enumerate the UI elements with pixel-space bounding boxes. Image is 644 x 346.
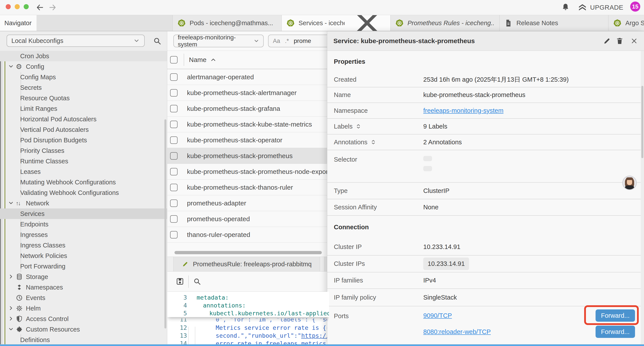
code-line[interactable]: 4 annotations: (167, 301, 329, 309)
code-line[interactable]: 12 Metrics service error rate is {{ $va (167, 324, 329, 332)
chevron-down-icon[interactable] (8, 63, 16, 70)
sidebar-tree-item[interactable]: ⚙ Config (0, 61, 167, 72)
table-row[interactable]: kube-prometheus-stack-kube-state-metrics (167, 116, 329, 132)
drawer-scrollbar-track[interactable] (641, 51, 644, 344)
row-checkbox[interactable] (170, 184, 178, 191)
horizontal-scrollbar[interactable] (174, 251, 322, 254)
minimize-window-button[interactable] (15, 4, 20, 9)
table-row[interactable]: kube-prometheus-stack-prometheus-node-ex… (167, 164, 329, 180)
save-icon[interactable] (176, 277, 184, 286)
row-checkbox[interactable] (170, 168, 178, 175)
table-row[interactable]: kube-prometheus-stack-thanos-ruler (167, 180, 329, 195)
selector-badge[interactable] (423, 156, 432, 161)
table-row[interactable]: thanos-ruler-operated (167, 227, 329, 243)
sidebar-tree-item[interactable]: Runtime Classes (0, 156, 167, 166)
code-line[interactable]: 13 second.","runbook_url":"https://net (167, 332, 329, 340)
port-link[interactable]: 9090/TCP (423, 312, 452, 319)
sidebar-tree-item[interactable]: Custom Resources (0, 324, 167, 335)
sidebar-tree-item[interactable]: Helm (0, 303, 167, 314)
forward-button[interactable] (48, 3, 57, 11)
selector-badge[interactable] (423, 166, 432, 171)
table-row[interactable]: alertmanager-operated (167, 69, 329, 85)
sidebar-tree-item[interactable]: Ingresses (0, 230, 167, 240)
editor-tab[interactable]: PrometheusRule: freeleaps-prod-rabbitmq (174, 257, 320, 271)
sidebar-tree-item[interactable]: Config Maps (0, 72, 167, 82)
maximize-window-button[interactable] (24, 4, 29, 9)
sidebar-tree-item[interactable]: Vertical Pod Autoscalers (0, 124, 167, 135)
row-checkbox[interactable] (170, 231, 178, 239)
sidebar-tree-item[interactable]: Definitions (0, 335, 167, 344)
sidebar-tree-item[interactable]: Namespaces (0, 282, 167, 293)
filter-search-input[interactable]: Aa .* prome (268, 34, 329, 47)
chevron-icon[interactable] (8, 295, 16, 301)
navigator-tab[interactable]: Navigator (0, 15, 37, 31)
cluster-ips-badge[interactable]: 10.233.14.91 (423, 258, 469, 270)
upgrade-button[interactable]: UPGRADE (578, 3, 624, 12)
sidebar-tree-item[interactable]: Storage (0, 272, 167, 282)
chevron-right-icon[interactable] (8, 305, 16, 312)
sort-ascending-icon[interactable] (210, 56, 216, 63)
close-drawer-icon[interactable] (630, 37, 638, 45)
select-all-checkbox[interactable] (170, 56, 178, 63)
window-tab[interactable]: Release Notes (500, 15, 608, 31)
window-tab[interactable]: Prometheus Rules - icecheng... (390, 15, 500, 31)
sidebar-tree-item[interactable]: Cron Jobs (0, 51, 167, 61)
edit-pencil-icon[interactable] (603, 37, 611, 45)
row-checkbox[interactable] (170, 215, 178, 223)
notification-count-badge[interactable]: 15 (630, 1, 640, 11)
sidebar-tree-item[interactable]: Pod Disruption Budgets (0, 135, 167, 145)
sidebar-tree-item[interactable]: Access Control (0, 314, 167, 324)
window-tab[interactable]: Pods - icecheng@mathmas... (173, 15, 282, 31)
sidebar-search-icon[interactable] (153, 37, 161, 45)
notifications-bell-icon[interactable] (561, 3, 570, 11)
close-tab-icon[interactable] (348, 15, 386, 31)
chevron-down-icon[interactable] (8, 200, 16, 207)
delete-trash-icon[interactable] (616, 37, 624, 45)
sidebar-tree-item[interactable]: Mutating Webhook Configurations (0, 177, 167, 187)
sidebar-tree-item[interactable]: Secrets (0, 82, 167, 93)
back-button[interactable] (36, 3, 44, 11)
sidebar-tree-item[interactable]: Ingress Classes (0, 240, 167, 251)
port-forward-button[interactable]: Forward... (596, 310, 635, 322)
row-checkbox[interactable] (170, 136, 178, 144)
chevron-right-icon[interactable] (8, 274, 16, 280)
port-forward-button[interactable]: Forward... (596, 326, 635, 338)
code-line[interactable]: 11 0", "for": "1m", "labels": { "service… (167, 319, 329, 324)
avatar[interactable] (622, 176, 637, 190)
table-row[interactable]: prometheus-adapter (167, 195, 329, 211)
row-checkbox[interactable] (170, 152, 178, 160)
sidebar-tree-item[interactable]: Priority Classes (0, 145, 167, 156)
code-line[interactable]: 14 error rate in freeleaps metrics ser (167, 340, 329, 344)
table-row[interactable]: kube-prometheus-stack-alertmanager (167, 85, 329, 101)
chevron-down-icon[interactable] (8, 326, 16, 333)
row-checkbox[interactable] (170, 105, 178, 112)
port-link[interactable]: 8080:reloader-web/TCP (423, 328, 491, 336)
window-tab[interactable]: Services - icecheng@math... (282, 15, 390, 31)
sidebar-tree-item[interactable]: Network Policies (0, 251, 167, 261)
drawer-scrollbar-thumb[interactable] (641, 86, 643, 158)
namespace-select[interactable]: freeleaps-monitoring-system (174, 34, 264, 47)
sidebar-tree-item[interactable]: Services (0, 209, 167, 219)
sidebar-tree-item[interactable]: Resource Quotas (0, 93, 167, 103)
row-checkbox[interactable] (170, 200, 178, 207)
code-line[interactable]: 3 metadata: (167, 294, 329, 301)
sidebar-tree-item[interactable]: Validating Webhook Configurations (0, 187, 167, 198)
code-line[interactable]: 5 kubectl.kubernetes.io/last-applied-con (167, 309, 329, 317)
match-case-toggle[interactable]: Aa (273, 38, 280, 44)
row-checkbox[interactable] (170, 121, 178, 128)
window-tab[interactable]: Argo Se (608, 15, 644, 31)
yaml-editor[interactable]: 3 metadata: 4 annotations: 5 kubectl.kub… (167, 292, 329, 344)
name-column-header[interactable]: Name (189, 56, 206, 63)
table-row[interactable]: prometheus-operated (167, 211, 329, 227)
sidebar-tree-item[interactable]: Limit Ranges (0, 103, 167, 114)
expand-collapse-icon[interactable] (356, 123, 361, 129)
sidebar-scrollbar[interactable] (164, 119, 166, 329)
sidebar-tree-item[interactable]: Port Forwarding (0, 261, 167, 272)
sidebar-tree-item[interactable]: Endpoints (0, 219, 167, 230)
close-window-button[interactable] (6, 4, 11, 9)
chevron-right-icon[interactable] (8, 316, 16, 322)
expand-collapse-icon[interactable] (370, 139, 376, 145)
sidebar-tree-item[interactable]: ↑↓ Network (0, 198, 167, 209)
sidebar-tree-item[interactable]: Leases (0, 166, 167, 177)
row-checkbox[interactable] (170, 89, 178, 97)
